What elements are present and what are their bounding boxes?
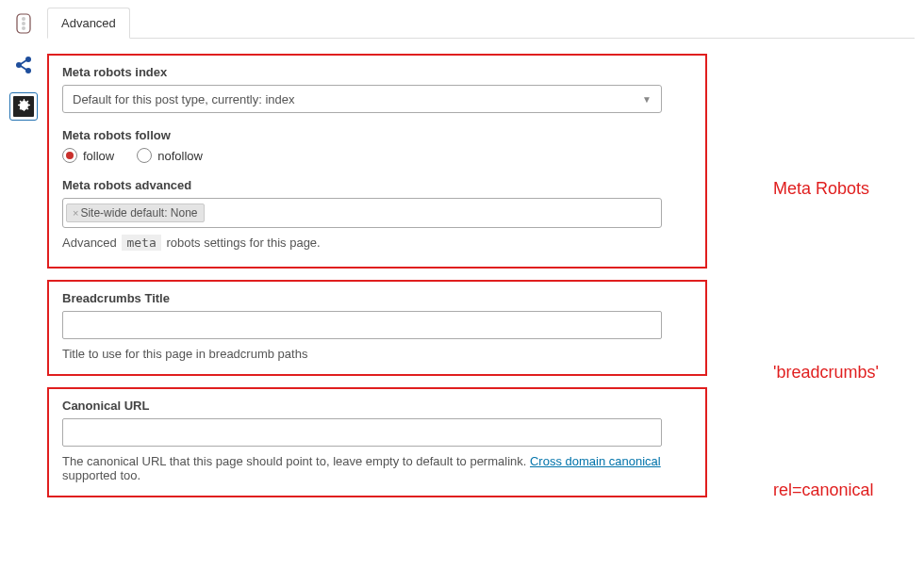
cross-domain-canonical-link[interactable]: Cross domain canonical: [530, 454, 661, 468]
annotation-canonical: rel=canonical: [773, 480, 874, 500]
section-canonical: Canonical URL The canonical URL that thi…: [47, 387, 707, 497]
gear-icon: [12, 95, 35, 118]
radio-icon: [137, 148, 152, 163]
meta-robots-advanced-label: Meta robots advanced: [62, 178, 692, 192]
sidebar-item-social[interactable]: [9, 51, 38, 79]
breadcrumbs-title-help: Title to use for this page in breadcrumb…: [62, 347, 692, 361]
canonical-url-help: The canonical URL that this page should …: [62, 454, 692, 482]
canonical-url-label: Canonical URL: [62, 399, 692, 413]
meta-robots-advanced-input[interactable]: × Site-wide default: None: [62, 198, 662, 228]
svg-point-2: [22, 22, 25, 25]
radio-icon: [62, 148, 77, 163]
tag-default[interactable]: × Site-wide default: None: [66, 204, 205, 222]
radio-label: nofollow: [157, 149, 203, 163]
breadcrumbs-title-input[interactable]: [62, 311, 662, 339]
svg-point-1: [22, 17, 25, 21]
svg-line-8: [21, 66, 26, 70]
select-value: Default for this post type, currently: i…: [73, 92, 295, 106]
sidebar-item-advanced[interactable]: [9, 92, 38, 121]
chevron-down-icon: ▼: [642, 94, 652, 105]
radio-label: follow: [83, 149, 114, 163]
sidebar-item-readability[interactable]: [9, 9, 38, 38]
close-icon[interactable]: ×: [73, 207, 78, 219]
meta-robots-follow-label: Meta robots follow: [62, 128, 692, 142]
tag-label: Site-wide default: None: [80, 206, 197, 220]
traffic-light-icon: [14, 13, 33, 34]
breadcrumbs-title-label: Breadcrumbs Title: [62, 291, 692, 305]
svg-line-7: [21, 60, 26, 64]
tab-sidebar: [0, 8, 47, 121]
tab-advanced[interactable]: Advanced: [47, 8, 130, 39]
share-icon: [13, 55, 34, 75]
meta-robots-advanced-help: Advanced meta robots settings for this p…: [62, 236, 692, 250]
radio-follow[interactable]: follow: [62, 148, 114, 163]
canonical-url-input[interactable]: [62, 418, 662, 447]
annotation-meta-robots: Meta Robots: [773, 179, 869, 199]
section-meta-robots: Meta robots index Default for this post …: [47, 54, 707, 269]
meta-robots-index-label: Meta robots index: [62, 65, 692, 79]
radio-nofollow[interactable]: nofollow: [137, 148, 203, 163]
annotation-breadcrumbs: 'breadcrumbs': [773, 363, 879, 383]
section-breadcrumbs: Breadcrumbs Title Title to use for this …: [47, 280, 707, 376]
meta-robots-index-select[interactable]: Default for this post type, currently: i…: [62, 85, 662, 113]
tabbar: Advanced: [47, 8, 915, 39]
svg-point-3: [22, 26, 25, 30]
